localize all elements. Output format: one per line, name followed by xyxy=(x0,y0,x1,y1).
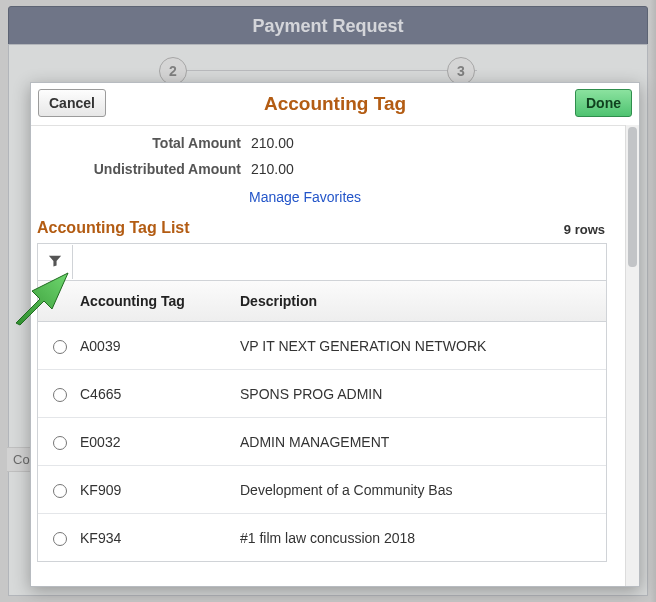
row-description: ADMIN MANAGEMENT xyxy=(240,434,606,450)
row-radio[interactable] xyxy=(53,484,67,498)
total-amount-value: 210.00 xyxy=(251,135,294,151)
row-description: Development of a Community Bas xyxy=(240,482,606,498)
table-row[interactable]: E0032 ADMIN MANAGEMENT xyxy=(38,418,606,466)
done-button[interactable]: Done xyxy=(575,89,632,117)
row-tag: E0032 xyxy=(80,434,240,450)
row-radio[interactable] xyxy=(53,532,67,546)
table-row[interactable]: A0039 VP IT NEXT GENERATION NETWORK xyxy=(38,322,606,370)
table-row[interactable]: C4665 SPONS PROG ADMIN xyxy=(38,370,606,418)
table-row[interactable]: KF934 #1 film law concussion 2018 xyxy=(38,514,606,561)
torn-edge xyxy=(650,0,656,602)
row-tag: C4665 xyxy=(80,386,240,402)
accounting-tag-list-title: Accounting Tag List xyxy=(37,219,190,237)
row-description: #1 film law concussion 2018 xyxy=(240,530,606,546)
undistributed-amount-label: Undistributed Amount xyxy=(31,161,251,177)
funnel-icon xyxy=(48,254,62,271)
scrollbar-thumb[interactable] xyxy=(628,127,637,267)
grid-column-header: Accounting Tag Description xyxy=(38,281,606,322)
row-tag: KF909 xyxy=(80,482,240,498)
column-header-tag[interactable]: Accounting Tag xyxy=(80,293,240,309)
manage-favorites-link[interactable]: Manage Favorites xyxy=(249,189,361,205)
row-tag: KF934 xyxy=(80,530,240,546)
row-radio[interactable] xyxy=(53,388,67,402)
row-radio[interactable] xyxy=(53,340,67,354)
column-header-description[interactable]: Description xyxy=(240,293,606,309)
row-tag: A0039 xyxy=(80,338,240,354)
row-count: 9 rows xyxy=(564,222,605,237)
row-description: SPONS PROG ADMIN xyxy=(240,386,606,402)
undistributed-amount-value: 210.00 xyxy=(251,161,294,177)
total-amount-label: Total Amount xyxy=(31,135,251,151)
modal-scrollbar[interactable] xyxy=(625,125,639,586)
accounting-tag-grid: Accounting Tag Description A0039 VP IT N… xyxy=(37,243,607,562)
modal-title: Accounting Tag xyxy=(264,93,406,115)
table-row[interactable]: KF909 Development of a Community Bas xyxy=(38,466,606,514)
filter-button[interactable] xyxy=(38,245,73,279)
row-description: VP IT NEXT GENERATION NETWORK xyxy=(240,338,606,354)
row-radio[interactable] xyxy=(53,436,67,450)
accounting-tag-modal: Cancel Accounting Tag Done Total Amount … xyxy=(30,82,640,587)
cancel-button[interactable]: Cancel xyxy=(38,89,106,117)
